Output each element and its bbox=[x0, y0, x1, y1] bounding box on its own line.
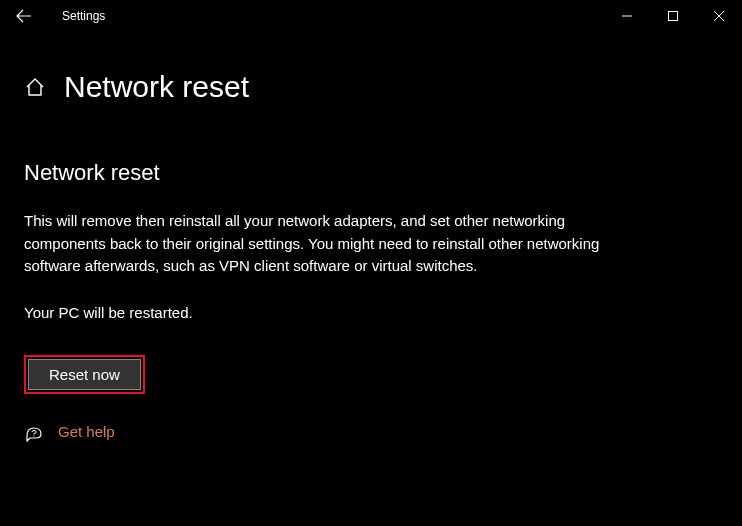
page-header: Network reset bbox=[24, 70, 718, 104]
help-icon bbox=[24, 422, 44, 442]
back-button[interactable] bbox=[14, 6, 34, 26]
reset-now-button[interactable]: Reset now bbox=[28, 359, 141, 390]
home-icon[interactable] bbox=[24, 76, 46, 98]
titlebar-app-name: Settings bbox=[62, 9, 105, 23]
content-area: Network reset Network reset This will re… bbox=[0, 32, 742, 442]
window-controls bbox=[604, 0, 742, 32]
minimize-icon bbox=[622, 11, 632, 21]
minimize-button[interactable] bbox=[604, 0, 650, 32]
section-title: Network reset bbox=[24, 160, 718, 186]
restart-note: Your PC will be restarted. bbox=[24, 304, 718, 321]
close-button[interactable] bbox=[696, 0, 742, 32]
back-arrow-icon bbox=[15, 7, 33, 25]
page-title: Network reset bbox=[64, 70, 249, 104]
svg-point-4 bbox=[33, 435, 34, 436]
svg-rect-1 bbox=[669, 12, 678, 21]
help-link-text: Get help bbox=[58, 423, 115, 440]
maximize-icon bbox=[668, 11, 678, 21]
close-icon bbox=[714, 11, 724, 21]
titlebar-left: Settings bbox=[14, 6, 105, 26]
get-help-link[interactable]: Get help bbox=[24, 422, 718, 442]
maximize-button[interactable] bbox=[650, 0, 696, 32]
titlebar: Settings bbox=[0, 0, 742, 32]
description-text: This will remove then reinstall all your… bbox=[24, 210, 624, 278]
reset-button-highlight: Reset now bbox=[24, 355, 145, 394]
